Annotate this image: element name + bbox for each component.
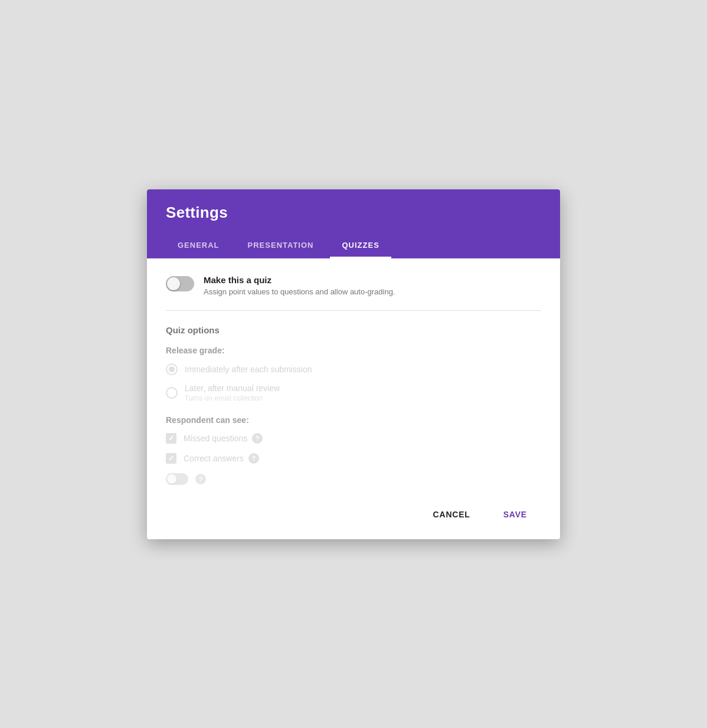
save-button[interactable]: SAVE bbox=[489, 504, 541, 525]
checkbox-check-correct: ✓ bbox=[168, 454, 175, 462]
checkbox-box-correct: ✓ bbox=[166, 453, 176, 464]
help-icon-partial: ? bbox=[195, 474, 206, 484]
radio-later[interactable]: Later, after manual review Turns on emai… bbox=[166, 383, 541, 402]
radio-text-group-later: Later, after manual review Turns on emai… bbox=[185, 383, 280, 402]
dialog-header: Settings GENERAL PRESENTATION QUIZZES bbox=[147, 189, 560, 258]
radio-label-immediately: Immediately after each submission bbox=[185, 365, 312, 374]
radio-inner-immediately bbox=[169, 366, 175, 372]
dialog-title: Settings bbox=[166, 204, 541, 222]
toggle-description: Assign point values to questions and all… bbox=[204, 287, 395, 296]
toggle-text-group: Make this a quiz Assign point values to … bbox=[204, 275, 395, 296]
partial-option-row: ? bbox=[166, 473, 541, 485]
checkbox-text-correct: Correct answers bbox=[184, 454, 244, 463]
checkbox-box-missed: ✓ bbox=[166, 433, 176, 444]
settings-dialog: Settings GENERAL PRESENTATION QUIZZES Ma… bbox=[147, 189, 560, 539]
checkbox-missed-questions[interactable]: ✓ Missed questions ? bbox=[166, 433, 541, 444]
quiz-options-title: Quiz options bbox=[166, 325, 541, 335]
help-icon-missed[interactable]: ? bbox=[252, 433, 263, 444]
checkbox-check-missed: ✓ bbox=[168, 434, 175, 442]
radio-subtext-later: Turns on email collection bbox=[185, 394, 280, 402]
quiz-options-section: Quiz options Release grade: Immediately … bbox=[166, 325, 541, 485]
radio-label-later: Later, after manual review bbox=[185, 383, 280, 393]
respondent-section: Respondent can see: ✓ Missed questions ?… bbox=[166, 415, 541, 485]
dialog-body: Make this a quiz Assign point values to … bbox=[147, 258, 560, 494]
release-grade-label: Release grade: bbox=[166, 346, 541, 355]
checkbox-label-group-correct: Correct answers ? bbox=[184, 453, 259, 464]
tab-quizzes[interactable]: QUIZZES bbox=[330, 234, 391, 258]
toggle-track bbox=[166, 276, 194, 291]
cancel-button[interactable]: CANCEL bbox=[419, 504, 485, 525]
tab-presentation[interactable]: PRESENTATION bbox=[236, 234, 326, 258]
radio-immediately[interactable]: Immediately after each submission bbox=[166, 363, 541, 375]
toggle-label: Make this a quiz bbox=[204, 275, 395, 285]
checkbox-text-missed: Missed questions bbox=[184, 434, 247, 443]
respondent-label: Respondent can see: bbox=[166, 415, 541, 425]
toggle-thumb bbox=[167, 277, 180, 290]
partial-toggle-track bbox=[166, 473, 188, 485]
checkbox-label-group-missed: Missed questions ? bbox=[184, 433, 263, 444]
radio-circle-immediately bbox=[166, 363, 178, 375]
radio-circle-later bbox=[166, 387, 178, 399]
make-quiz-toggle[interactable] bbox=[166, 276, 194, 291]
tab-bar: GENERAL PRESENTATION QUIZZES bbox=[166, 234, 541, 258]
tab-general[interactable]: GENERAL bbox=[166, 234, 231, 258]
dialog-footer: CANCEL SAVE bbox=[147, 494, 560, 539]
checkbox-correct-answers[interactable]: ✓ Correct answers ? bbox=[166, 453, 541, 464]
help-icon-correct[interactable]: ? bbox=[248, 453, 259, 464]
quiz-toggle-row: Make this a quiz Assign point values to … bbox=[166, 275, 541, 311]
release-grade-group: Release grade: Immediately after each su… bbox=[166, 346, 541, 402]
partial-toggle-thumb bbox=[167, 474, 176, 484]
radio-text-group-immediately: Immediately after each submission bbox=[185, 365, 312, 374]
